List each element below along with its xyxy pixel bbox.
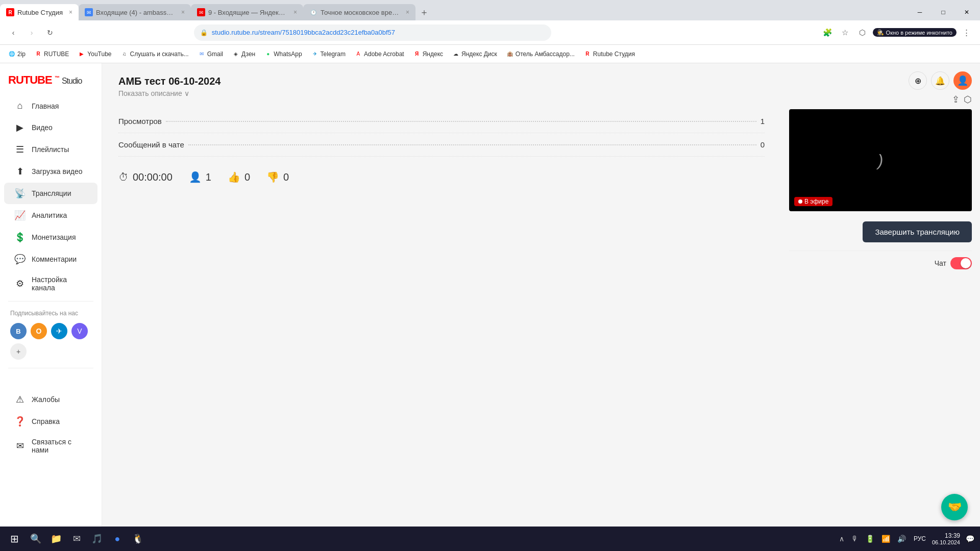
sidebar-item-channel-settings[interactable]: ⚙ Настройка канала (4, 270, 97, 297)
sidebar-item-video[interactable]: ▶ Видео (4, 117, 97, 138)
taskbar-right: ∧ 🎙 🔋 📶 🔊 РУС 13:39 06.10.2024 💬 (838, 532, 976, 545)
share-button[interactable]: ⇪ (952, 94, 960, 105)
help-icon: ❓ (14, 416, 26, 427)
add-tab-button[interactable]: ＋ (420, 6, 429, 18)
taskbar-battery-icon[interactable]: 🔋 (864, 535, 876, 543)
sidebar-item-home[interactable]: ⌂ Главная (4, 95, 97, 116)
taskbar-date: 06.10.2024 (932, 539, 960, 545)
bookmark-gmail[interactable]: ✉ Gmail (194, 48, 227, 60)
tab-gmail[interactable]: ✉ Входящие (4) - ambassadortt... × (79, 4, 191, 20)
viewers-icon: 👤 (189, 171, 202, 183)
tab-bar: R Rutube Студия × ✉ Входящие (4) - ambas… (0, 0, 980, 20)
taskbar-files[interactable]: 📁 (47, 530, 65, 548)
bookmark-telegram[interactable]: ✈ Telegram (307, 48, 350, 60)
bookmark-icon[interactable]: ☆ (838, 26, 852, 40)
taskbar-mic-icon[interactable]: 🎙 (850, 535, 860, 543)
user-avatar[interactable]: 👤 (953, 71, 972, 90)
bookmark-ambassador[interactable]: 🏨 Отель Амбассадор... (502, 48, 579, 60)
back-button[interactable]: ‹ (6, 26, 20, 40)
thumbs-up-icon: 👍 (228, 171, 240, 183)
bookmark-yadisk[interactable]: ☁ Яндекс Диск (448, 48, 501, 60)
maximize-button[interactable]: □ (932, 4, 954, 20)
minimize-button[interactable]: ─ (909, 4, 931, 20)
extension-icon[interactable]: 🧩 (821, 26, 835, 40)
social-viber[interactable]: V (71, 323, 88, 339)
tab-yandex-mail[interactable]: ✉ 9 - Входящие — Яндекс Почта × (191, 4, 303, 20)
taskbar-chat-button[interactable]: 💬 (964, 535, 976, 543)
sidebar-item-comments[interactable]: 💬 Комментарии (4, 248, 97, 270)
bookmark-rutube-studio[interactable]: R Rutube Студия (580, 48, 639, 60)
tab-rutube-studio[interactable]: R Rutube Студия × (0, 4, 79, 20)
thumbs-down-icon: 👎 (266, 171, 279, 183)
metrics-bar: ⏱ 00:00:00 👤 1 👍 0 👎 (118, 161, 765, 193)
tab-moscow-time[interactable]: 🕐 Точное московское время он... × (303, 4, 415, 20)
playlists-icon: ☰ (14, 144, 26, 155)
chat-toggle-switch[interactable] (950, 257, 972, 269)
sidebar-item-playlists[interactable]: ☰ Плейлисты (4, 139, 97, 160)
clock-icon: ⏱ (118, 171, 129, 183)
close-button[interactable]: ✕ (955, 4, 978, 20)
bookmark-adobe[interactable]: A Adobe Acrobat (351, 48, 408, 60)
social-add[interactable]: + (10, 343, 27, 360)
social-telegram[interactable]: ✈ (51, 323, 67, 339)
sidebar: RUTUBE ™ Studio ⌂ Главная ▶ Видео ☰ Плей… (0, 63, 102, 527)
sidebar-item-analytics[interactable]: 📈 Аналитика (4, 205, 97, 226)
show-description[interactable]: Показать описание ∨ (118, 89, 765, 97)
taskbar-chrome[interactable]: ● (108, 530, 127, 548)
stream-info-panel: АМБ тест 06-10-2024 Показать описание ∨ … (102, 63, 781, 527)
taskbar-extra[interactable]: 🐧 (129, 530, 147, 548)
sidebar-divider-2 (8, 368, 93, 368)
incognito-badge: 🕵 Окно в режиме инкогнито (873, 28, 957, 37)
social-ok[interactable]: О (31, 323, 47, 339)
sidebar-item-contact[interactable]: ✉ Связаться с нами (4, 433, 97, 459)
end-stream-button[interactable]: Завершить трансляцию (863, 221, 972, 242)
sidebar-item-monetization[interactable]: 💲 Монетизация (4, 227, 97, 248)
menu-button[interactable]: ⋮ (960, 26, 974, 40)
dislikes-metric: 👎 0 (266, 171, 289, 183)
support-floating-button[interactable]: 🤝 (941, 494, 968, 520)
taskbar-mail[interactable]: ✉ (67, 530, 86, 548)
taskbar-volume-icon[interactable]: 🔊 (896, 535, 908, 543)
chat-label: Чат (935, 259, 946, 267)
sidebar-item-streams[interactable]: 📡 Трансляции (4, 183, 97, 204)
forward-button[interactable]: › (24, 26, 39, 40)
zoom-icon[interactable]: ⬡ (855, 26, 870, 40)
taskbar-search[interactable]: 🔍 (27, 530, 45, 548)
video-area: ⊕ 🔔 👤 ⇪ ⬡ ) В эфире Завершить тран (781, 63, 980, 527)
refresh-button[interactable]: ↻ (43, 26, 57, 40)
sidebar-divider (8, 301, 93, 302)
sidebar-item-complaints[interactable]: ⚠ Жалобы (4, 389, 97, 410)
start-button[interactable]: ⊞ (4, 529, 24, 549)
bookmark-dzen[interactable]: ◈ Дзен (228, 48, 259, 60)
bookmark-youtube[interactable]: ▶ YouTube (74, 48, 115, 60)
url-bar[interactable]: 🔒 studio.rutube.ru/stream/7518019bbca2ac… (194, 24, 551, 41)
bookmark-whatsapp[interactable]: ● WhatsApp (260, 48, 306, 60)
taskbar-media[interactable]: 🎵 (88, 530, 106, 548)
bookmarks-bar: 🌐 2ip R RUTUBE ▶ YouTube ♫ Слушать и ска… (0, 45, 980, 63)
taskbar-wifi-icon[interactable]: 📶 (880, 535, 892, 543)
bookmark-2ip[interactable]: 🌐 2ip (4, 48, 30, 60)
header-bell-button[interactable]: 🔔 (931, 71, 949, 90)
live-badge: В эфире (794, 197, 832, 206)
lock-icon: 🔒 (200, 29, 208, 36)
language-badge: РУС (912, 535, 928, 542)
likes-metric: 👍 0 (228, 171, 250, 183)
header-add-button[interactable]: ⊕ (909, 71, 927, 90)
bookmark-slushat[interactable]: ♫ Слушать и скачать... (117, 48, 193, 60)
viewers-metric: 👤 1 (189, 171, 211, 183)
sidebar-item-upload[interactable]: ⬆ Загрузка видео (4, 161, 97, 182)
bookmark-yandex[interactable]: Я Яндекс (409, 48, 447, 60)
sidebar-item-help[interactable]: ❓ Справка (4, 411, 97, 432)
taskbar: ⊞ 🔍 📁 ✉ 🎵 ● 🐧 ∧ 🎙 🔋 📶 🔊 РУС 13:39 06.10.… (0, 527, 980, 551)
chat-messages-stat: Сообщений в чате 0 (118, 133, 765, 157)
url-text: studio.rutube.ru/stream/7518019bbca2acdd… (212, 29, 545, 36)
external-link-button[interactable]: ⬡ (964, 94, 972, 105)
video-spinner: ) (878, 151, 884, 170)
social-vk[interactable]: В (10, 323, 27, 339)
bookmark-rutube[interactable]: R RUTUBE (31, 48, 73, 60)
taskbar-notifications-chevron[interactable]: ∧ (838, 535, 846, 543)
logo-area: RUTUBE ™ Studio (0, 69, 102, 95)
upload-icon: ⬆ (14, 166, 26, 177)
timer-metric: ⏱ 00:00:00 (118, 171, 173, 183)
views-stat: Просмотров 1 (118, 110, 765, 133)
